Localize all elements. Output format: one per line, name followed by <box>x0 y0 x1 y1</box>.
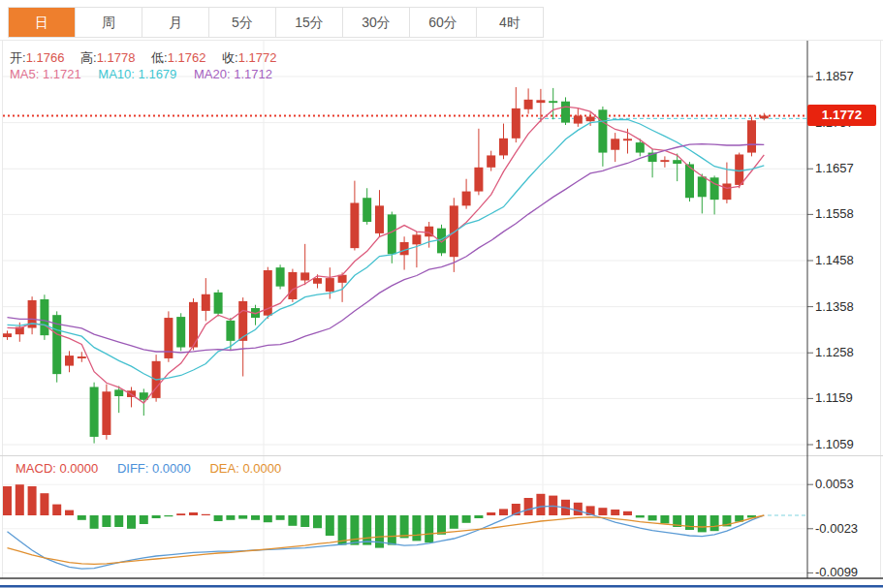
high-label: 高: <box>80 50 97 65</box>
price-tick-label: 1.1059 <box>815 437 854 451</box>
close-label: 收: <box>222 50 238 65</box>
ma5-value: 1.1721 <box>43 67 81 81</box>
ohlc-summary: 开:1.1766 高:1.1778 低:1.1762 收:1.1772 <box>10 49 289 67</box>
candle <box>78 356 86 358</box>
dea-label: DEA: <box>209 461 238 476</box>
macd-value: 0.0000 <box>60 461 99 476</box>
candle <box>611 139 619 149</box>
macd-bar <box>288 515 297 526</box>
candle <box>760 115 769 118</box>
tab-30min[interactable]: 30分 <box>343 8 410 37</box>
macd-tick-label: 0.0053 <box>815 477 854 491</box>
macd-bar <box>326 515 334 536</box>
candle <box>363 198 371 222</box>
macd-bar <box>164 515 173 516</box>
tab-month[interactable]: 月 <box>142 8 209 37</box>
candle <box>40 299 48 335</box>
candle <box>474 168 483 192</box>
candle <box>65 356 74 365</box>
candle <box>326 278 334 292</box>
candle <box>524 100 533 109</box>
candle <box>722 183 731 200</box>
candle <box>574 115 583 123</box>
macd-bar <box>524 498 533 515</box>
candle <box>673 160 681 164</box>
macd-bar <box>140 515 148 524</box>
low-value: 1.1762 <box>168 50 206 65</box>
price-tick-label: 1.1657 <box>815 161 854 175</box>
period-tabs: 日 周 月 5分 15分 30分 60分 4时 <box>8 7 544 38</box>
candle <box>735 154 743 184</box>
macd-bar <box>536 494 545 515</box>
tab-5min[interactable]: 5分 <box>209 8 276 37</box>
candle <box>710 177 719 200</box>
macd-bar <box>636 515 645 517</box>
tab-15min[interactable]: 15分 <box>276 8 343 37</box>
macd-bar <box>363 515 371 545</box>
low-label: 低: <box>151 50 168 65</box>
price-tick-label: 1.1458 <box>815 253 854 267</box>
candle <box>202 294 210 311</box>
price-tick-label: 1.1558 <box>815 206 854 221</box>
candle <box>561 102 570 123</box>
candle <box>747 120 756 152</box>
macd-label: MACD: <box>16 461 56 476</box>
price-tick-label: 1.1857 <box>815 69 854 83</box>
ma10-label: MA10: <box>98 67 135 81</box>
macd-bar <box>226 515 235 520</box>
tab-week[interactable]: 周 <box>76 8 142 37</box>
ma5-label: MA5: <box>10 67 39 81</box>
macd-bar <box>102 515 110 527</box>
macd-bar <box>65 511 74 515</box>
macd-bar <box>462 515 471 523</box>
candle <box>276 267 285 287</box>
macd-bar <box>598 508 607 515</box>
macd-bar <box>90 515 99 529</box>
macd-bar <box>40 493 48 515</box>
macd-bar <box>574 503 583 515</box>
macd-bar <box>28 486 37 515</box>
price-tick-label: 1.1358 <box>815 299 854 314</box>
price-tick-label: 1.1159 <box>815 390 853 405</box>
ma20-value: 1.1712 <box>234 67 272 81</box>
macd-bar <box>648 515 657 520</box>
candle <box>214 293 223 314</box>
candle <box>450 205 458 257</box>
macd-bar <box>78 515 86 520</box>
macd-bar <box>425 515 433 542</box>
high-value: 1.1778 <box>97 50 136 65</box>
candle <box>437 229 446 254</box>
tab-4hour[interactable]: 4时 <box>477 8 543 37</box>
diff-value: 0.0000 <box>152 461 191 476</box>
macd-bar <box>127 515 136 529</box>
open-value: 1.1766 <box>26 50 65 65</box>
tab-60min[interactable]: 60分 <box>410 8 477 37</box>
macd-bar <box>16 484 24 515</box>
candle <box>623 139 632 140</box>
open-label: 开: <box>10 50 26 65</box>
candle <box>375 205 384 233</box>
macd-bar <box>710 515 719 531</box>
candle <box>536 100 545 103</box>
dea-value: 0.0000 <box>242 461 281 476</box>
candle <box>487 155 495 167</box>
diff-label: DIFF: <box>117 461 149 476</box>
macd-bar <box>202 514 210 515</box>
candle <box>388 214 396 254</box>
macd-bar <box>214 515 223 521</box>
chart-canvas[interactable] <box>0 0 883 588</box>
candle <box>90 387 99 436</box>
candle <box>313 278 322 284</box>
tab-day[interactable]: 日 <box>9 8 76 37</box>
macd-bar <box>114 515 123 527</box>
candle <box>400 242 409 255</box>
candle <box>3 333 12 337</box>
candle <box>636 142 645 152</box>
macd-bar <box>685 515 694 530</box>
macd-bar <box>313 515 322 528</box>
macd-tick-label: -0.0099 <box>815 565 858 579</box>
macd-bar <box>276 515 285 520</box>
ma5-line <box>8 107 765 403</box>
macd-bar <box>412 515 421 541</box>
price-tick-label: 1.1258 <box>815 345 854 359</box>
